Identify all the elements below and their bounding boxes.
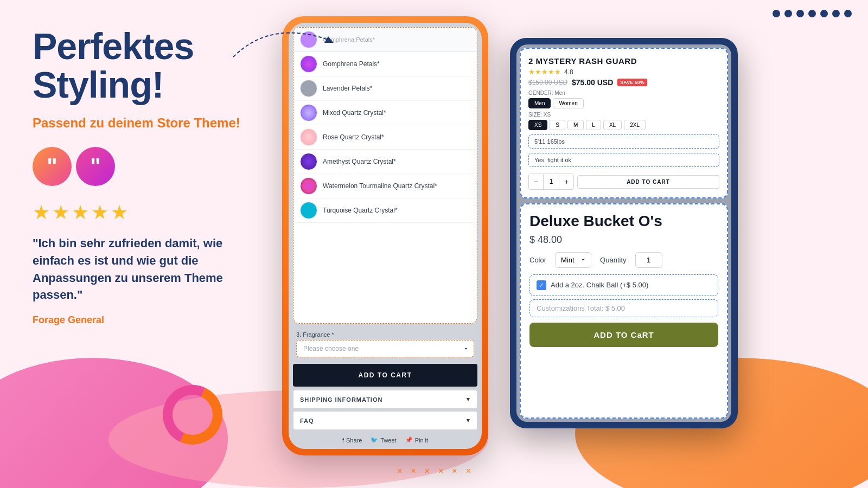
size-xs-button[interactable]: XS	[528, 120, 547, 130]
testimonial-stars: ★ ★ ★ ★ ★	[33, 201, 260, 224]
qty-stepper[interactable]: − 1 +	[528, 174, 574, 190]
twitter-icon: 🐦	[371, 436, 378, 444]
rating-row: ★★★★★ 4.8	[528, 68, 719, 76]
add-to-cart-button-rash-guard[interactable]: ADD TO CART	[577, 175, 719, 189]
testimonial-text: "Ich bin sehr zufrieden damit, wie einfa…	[33, 235, 228, 304]
size-s-button[interactable]: S	[550, 120, 565, 130]
phone-left-inner: Gomphrena Petals* Gomphrena Petals* Lave…	[289, 23, 482, 449]
bucket-qty-input[interactable]	[635, 252, 662, 268]
size-buttons: XS S M L XL 2XL	[528, 120, 719, 130]
color-qty-row: Color Mint Blue Pink Quantity	[529, 252, 718, 268]
add-to-cart-button-left[interactable]: ADD TO CART	[293, 364, 477, 387]
star-4: ★	[91, 201, 108, 224]
price-row: $150.00 USD $75.00 USD SAVE 50%	[528, 78, 719, 87]
fragrance-section: 3. Fragrance * Please choose one	[293, 328, 477, 361]
product-name-turquoise: Turquoise Quartz Crystal*	[323, 207, 398, 214]
fragrance-select[interactable]: Please choose one	[296, 340, 474, 357]
product-name-amethyst: Amethyst Quartz Crystal*	[323, 158, 396, 165]
swatch-watermelon	[300, 177, 317, 195]
shipping-label: SHIPPING INFORMATION	[300, 396, 382, 403]
tweet-label: Tweet	[380, 437, 396, 444]
add-to-cart-button-bucket[interactable]: ADD TO CaRT	[529, 323, 718, 347]
athletic-fit-input[interactable]	[528, 153, 719, 167]
page-title: Perfektes Styling!	[33, 27, 260, 105]
swatch-turquoise	[300, 202, 317, 219]
product-item-header[interactable]: Gomphrena Petals*	[293, 28, 477, 52]
product-name-watermelon: Watermelon Tourmaline Quartz Crystal*	[323, 182, 437, 190]
x-mark-6: ×	[466, 466, 471, 476]
star-3: ★	[72, 201, 89, 224]
faq-button[interactable]: FAQ ▾	[293, 411, 477, 430]
swatch-mixed	[300, 104, 317, 121]
share-twitter-link[interactable]: 🐦 Tweet	[371, 436, 396, 444]
product-list-container: Gomphrena Petals* Gomphrena Petals* Lave…	[293, 27, 477, 324]
swatch-amethyst	[300, 153, 317, 170]
size-label: SIZE: XS	[528, 112, 719, 118]
product-name-gomphrena: Gomphrena Petals*	[323, 60, 380, 68]
star-5: ★	[111, 201, 128, 224]
size-xl-button[interactable]: XL	[603, 120, 622, 130]
size-l-button[interactable]: L	[586, 120, 601, 130]
list-item[interactable]: Gomphrena Petals*	[293, 52, 477, 76]
main-layout: Perfektes Styling! Passend zu deinem Sto…	[0, 0, 868, 488]
qty-cart-row: − 1 + ADD TO CART	[528, 174, 719, 190]
color-label: Color	[529, 256, 546, 264]
swatch-gomphrena	[300, 55, 317, 73]
bucket-title: Deluxe Bucket O's	[529, 213, 718, 230]
gender-buttons: Men Women	[528, 98, 719, 108]
rating-number: 4.8	[564, 68, 573, 76]
price-sale: $75.00 USD	[572, 78, 613, 87]
faq-label: FAQ	[300, 418, 314, 424]
swatch-header	[300, 31, 317, 48]
color-select[interactable]: Mint Blue Pink	[555, 252, 591, 268]
product-name-lavender: Lavender Petals*	[323, 85, 372, 92]
facebook-icon: f	[342, 437, 344, 444]
qty-value: 1	[543, 174, 559, 189]
gender-women-button[interactable]: Women	[553, 98, 583, 108]
phone-right-inner: 2 MYSTERY RASH GUARD ★★★★★ 4.8 $150.00 U…	[516, 44, 731, 422]
size-m-button[interactable]: M	[567, 120, 584, 130]
list-item[interactable]: Amethyst Quartz Crystal*	[293, 150, 477, 174]
pinterest-icon: 📌	[405, 436, 413, 444]
chalk-label: Add a 2oz. Chalk Ball (+$ 5.00)	[551, 281, 648, 289]
quote-marks: " "	[33, 147, 260, 186]
chalk-checkbox-row[interactable]: ✓ Add a 2oz. Chalk Ball (+$ 5.00)	[529, 274, 718, 296]
customizations-total: Customizations Total: $ 5.00	[529, 299, 718, 317]
rash-guard-title: 2 MYSTERY RASH GUARD	[528, 56, 719, 66]
list-item[interactable]: Mixed Quartz Crystal*	[293, 101, 477, 125]
list-item[interactable]: Watermelon Tourmaline Quartz Crystal*	[293, 174, 477, 198]
star-1: ★	[33, 201, 50, 224]
phone-right: 2 MYSTERY RASH GUARD ★★★★★ 4.8 $150.00 U…	[510, 38, 738, 428]
list-item[interactable]: Rose Quartz Crystal*	[293, 125, 477, 150]
star-2: ★	[52, 201, 69, 224]
product-name-rose-quartz: Rose Quartz Crystal*	[323, 133, 384, 141]
qty-label: Quantity	[600, 256, 626, 264]
page-subtitle: Passend zu deinem Store Theme!	[33, 115, 260, 131]
x-mark-5: ×	[452, 466, 457, 476]
phone-left: Gomphrena Petals* Gomphrena Petals* Lave…	[282, 16, 488, 455]
x-mark-1: ×	[397, 466, 402, 476]
gender-option-row: GENDER: Men Men Women	[528, 90, 719, 108]
bottom-dots: × × × × × ×	[397, 466, 471, 476]
product-name-header: Gomphrena Petals*	[323, 36, 375, 43]
size-2xl-button[interactable]: 2XL	[624, 120, 646, 130]
x-mark-2: ×	[411, 466, 416, 476]
card-bucket: Deluxe Bucket O's $ 48.00 Color Mint Blu…	[520, 203, 728, 419]
qty-decrease-button[interactable]: −	[529, 174, 543, 189]
share-pinterest-link[interactable]: 📌 Pin it	[405, 436, 428, 444]
share-facebook-link[interactable]: f Share	[342, 436, 362, 444]
shipping-info-button[interactable]: SHIPPING INFORMATION ▾	[293, 390, 477, 409]
faq-chevron-icon: ▾	[467, 417, 470, 424]
list-item[interactable]: Turquoise Quartz Crystal*	[293, 198, 477, 223]
product-name-mixed: Mixed Quartz Crystal*	[323, 109, 386, 117]
height-weight-input[interactable]	[528, 134, 719, 149]
chalk-checkbox[interactable]: ✓	[537, 280, 546, 290]
quote-mark-left: "	[33, 147, 72, 186]
list-item[interactable]: Bronze Shimmer*	[293, 223, 477, 226]
size-option-row: SIZE: XS XS S M L XL 2XL	[528, 112, 719, 130]
gender-men-button[interactable]: Men	[528, 98, 551, 108]
card-rash-guard: 2 MYSTERY RASH GUARD ★★★★★ 4.8 $150.00 U…	[520, 48, 728, 198]
qty-increase-button[interactable]: +	[559, 174, 573, 189]
product-list-scroll[interactable]: Gomphrena Petals* Lavender Petals* Mixed…	[293, 52, 477, 226]
list-item[interactable]: Lavender Petals*	[293, 76, 477, 101]
